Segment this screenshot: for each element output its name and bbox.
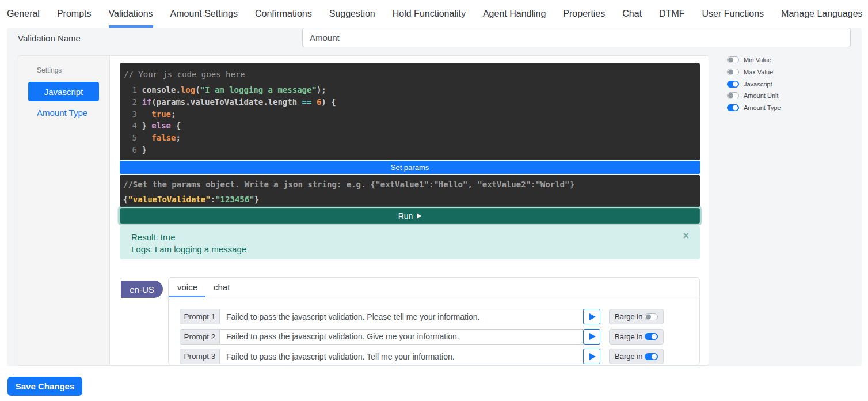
code-line-4: 4 } else { bbox=[120, 120, 700, 132]
prompt-label-1: Prompt 1 bbox=[180, 309, 220, 324]
validation-name-label: Validation Name bbox=[18, 33, 81, 43]
prompts-box: voicechat Prompt 1Barge inPrompt 2Barge … bbox=[168, 277, 700, 365]
barge-in-toggle-2[interactable] bbox=[645, 333, 658, 340]
prompt-row-1: Prompt 1Barge in bbox=[180, 309, 699, 324]
nav-tab-hold-functionality[interactable]: Hold Functionality bbox=[393, 0, 466, 28]
nav-tab-validations[interactable]: Validations bbox=[109, 0, 153, 28]
switch-knob bbox=[728, 58, 733, 63]
switch-knob bbox=[728, 93, 733, 99]
nav-tab-amount-settings[interactable]: Amount Settings bbox=[170, 0, 238, 28]
js-code-editor[interactable]: // Your js code goes here 1 console.log(… bbox=[120, 63, 700, 160]
switch-knob bbox=[728, 69, 733, 74]
logs-line: Logs: I am logging a message bbox=[131, 243, 688, 255]
option-row-amount-type: Amount Type bbox=[727, 104, 854, 111]
toggle-amount-unit[interactable] bbox=[727, 92, 739, 99]
code-line-3: 3 true; bbox=[120, 108, 700, 120]
toggle-amount-type[interactable] bbox=[727, 104, 739, 111]
prompt-input-1[interactable] bbox=[220, 309, 584, 324]
play-prompt-button-1[interactable] bbox=[583, 309, 600, 324]
switch-knob bbox=[652, 334, 657, 339]
params-json-line: {"valueToValidate":"123456"} bbox=[123, 192, 700, 207]
code-line-2: 2 if(params.valueToValidate.length == 6)… bbox=[120, 96, 700, 108]
barge-in-label: Barge in bbox=[615, 332, 642, 341]
validation-card: Settings Javascript Amount Type // Your … bbox=[18, 55, 709, 366]
prompt-label-3: Prompt 3 bbox=[180, 349, 220, 364]
option-label: Max Value bbox=[744, 69, 773, 75]
switch-knob bbox=[646, 314, 651, 319]
option-row-max-value: Max Value bbox=[727, 69, 854, 75]
result-line: Result: true bbox=[131, 231, 688, 243]
prompt-label-2: Prompt 2 bbox=[180, 329, 220, 345]
switch-knob bbox=[652, 354, 657, 359]
barge-in-group-2: Barge in bbox=[609, 329, 664, 345]
validation-panel: Validation Name Settings Javascript Amou… bbox=[7, 28, 862, 366]
option-row-amount-unit: Amount Unit bbox=[727, 92, 854, 99]
option-label: Min Value bbox=[744, 56, 771, 63]
nav-tab-chat[interactable]: Chat bbox=[622, 0, 642, 28]
barge-in-label: Barge in bbox=[615, 312, 642, 321]
option-label: Javascript bbox=[744, 81, 772, 88]
params-comment: //Set the params object. Write a json st… bbox=[123, 177, 700, 192]
play-prompt-button-3[interactable] bbox=[583, 349, 600, 364]
run-button[interactable]: Run bbox=[120, 208, 700, 224]
run-result-box: Result: true Logs: I am logging a messag… bbox=[120, 226, 700, 259]
close-icon[interactable]: × bbox=[682, 232, 690, 240]
top-nav: GeneralPromptsValidationsAmount Settings… bbox=[0, 0, 868, 28]
play-icon bbox=[589, 333, 596, 340]
nav-tab-prompts[interactable]: Prompts bbox=[57, 0, 92, 28]
prompt-row-3: Prompt 3Barge in bbox=[180, 349, 699, 364]
toggle-max-value[interactable] bbox=[727, 69, 739, 75]
sidebar-item-javascript[interactable]: Javascript bbox=[28, 82, 99, 101]
code-line-6: 6 } bbox=[120, 144, 700, 156]
nav-tab-dtmf[interactable]: DTMF bbox=[659, 0, 684, 28]
barge-in-toggle-3[interactable] bbox=[645, 353, 658, 360]
channel-tabs: voicechat bbox=[169, 278, 699, 297]
nav-tab-manage-languages[interactable]: Manage Languages bbox=[781, 0, 862, 28]
options-panel: Min ValueMax ValueJavascriptAmount UnitA… bbox=[727, 56, 854, 116]
nav-tab-properties[interactable]: Properties bbox=[563, 0, 605, 28]
tab-voice[interactable]: voice bbox=[169, 278, 205, 297]
validation-name-input[interactable] bbox=[302, 28, 851, 47]
barge-in-group-1: Barge in bbox=[609, 309, 664, 324]
play-prompt-button-2[interactable] bbox=[583, 329, 600, 345]
barge-in-label: Barge in bbox=[615, 352, 642, 361]
run-button-label: Run bbox=[398, 211, 413, 221]
code-line-5: 5 false; bbox=[120, 132, 700, 144]
toggle-javascript[interactable] bbox=[727, 81, 739, 88]
option-label: Amount Type bbox=[744, 104, 781, 111]
option-row-javascript: Javascript bbox=[727, 81, 854, 88]
play-icon bbox=[589, 353, 596, 360]
option-row-min-value: Min Value bbox=[727, 56, 854, 63]
nav-tab-suggestion[interactable]: Suggestion bbox=[329, 0, 375, 28]
nav-tab-user-functions[interactable]: User Functions bbox=[702, 0, 764, 28]
prompt-row-2: Prompt 2Barge in bbox=[180, 329, 699, 345]
tab-chat[interactable]: chat bbox=[205, 278, 238, 297]
js-code-comment: // Your js code goes here bbox=[120, 69, 700, 81]
play-icon bbox=[589, 313, 596, 320]
sidebar-item-amount-type[interactable]: Amount Type bbox=[37, 108, 87, 118]
option-label: Amount Unit bbox=[744, 92, 779, 99]
sidebar-title: Settings bbox=[37, 66, 62, 74]
switch-knob bbox=[733, 81, 738, 86]
prompt-input-3[interactable] bbox=[220, 349, 584, 364]
set-params-button[interactable]: Set params bbox=[120, 161, 700, 174]
language-badge[interactable]: en-US bbox=[121, 281, 163, 298]
code-line-1: 1 console.log("I am logging a message"); bbox=[120, 84, 700, 96]
settings-sidebar: Settings Javascript Amount Type bbox=[18, 56, 110, 365]
barge-in-toggle-1[interactable] bbox=[645, 313, 658, 320]
prompt-rows: Prompt 1Barge inPrompt 2Barge inPrompt 3… bbox=[180, 309, 699, 369]
toggle-min-value[interactable] bbox=[727, 56, 739, 63]
params-editor[interactable]: //Set the params object. Write a json st… bbox=[120, 175, 700, 207]
prompt-input-2[interactable] bbox=[220, 329, 584, 345]
nav-tab-agent-handling[interactable]: Agent Handling bbox=[483, 0, 546, 28]
save-changes-button[interactable]: Save Changes bbox=[7, 377, 82, 396]
play-icon bbox=[417, 213, 421, 219]
nav-tab-confirmations[interactable]: Confirmations bbox=[255, 0, 312, 28]
nav-tab-general[interactable]: General bbox=[7, 0, 40, 28]
switch-knob bbox=[733, 105, 738, 111]
barge-in-group-3: Barge in bbox=[609, 349, 664, 364]
